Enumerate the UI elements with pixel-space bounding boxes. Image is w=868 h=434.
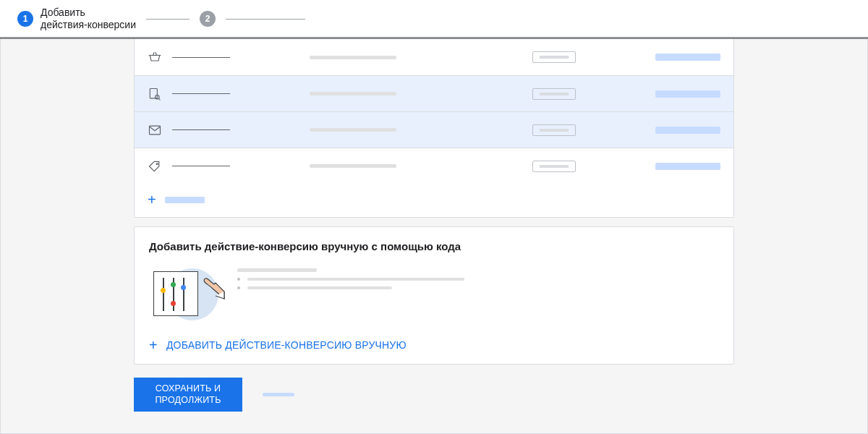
- step-2-circle: 2: [200, 11, 216, 27]
- row-desc: [310, 164, 532, 168]
- footer-actions: СОХРАНИТЬ И ПРОДОЛЖИТЬ: [134, 378, 734, 412]
- conversion-table: [135, 39, 733, 184]
- manual-description: [237, 264, 719, 289]
- save-and-continue-button[interactable]: СОХРАНИТЬ И ПРОДОЛЖИТЬ: [134, 378, 242, 412]
- row-cta[interactable]: [634, 54, 720, 61]
- search-page-icon: [148, 87, 172, 101]
- row-cta[interactable]: [634, 127, 720, 134]
- row-name: [172, 93, 310, 94]
- tag-icon: [148, 159, 172, 174]
- table-row[interactable]: [135, 39, 733, 75]
- table-row[interactable]: [135, 148, 733, 184]
- svg-rect-2: [150, 126, 161, 135]
- row-chip: [532, 51, 634, 63]
- row-chip: [532, 161, 634, 172]
- plus-icon: +: [149, 338, 158, 352]
- hand-icon: [197, 274, 226, 300]
- row-desc: [310, 56, 532, 59]
- row-desc: [310, 92, 532, 95]
- row-cta[interactable]: [634, 90, 720, 98]
- step-1-circle: 1: [17, 11, 33, 27]
- plus-icon: +: [148, 192, 156, 207]
- manual-add-card: Добавить действие-конверсию вручную с по…: [134, 226, 734, 365]
- basket-icon: [148, 50, 172, 64]
- stepper-header: 1 Добавить действия-конверсии 2: [0, 0, 868, 39]
- mail-icon: [148, 123, 172, 137]
- row-desc: [310, 128, 532, 132]
- manual-add-title: Добавить действие-конверсию вручную с по…: [149, 240, 719, 252]
- table-row[interactable]: [135, 75, 733, 111]
- stepper-connector: [146, 19, 190, 20]
- row-name: [172, 57, 310, 58]
- svg-rect-0: [150, 88, 157, 98]
- stepper-trailing-line: [226, 19, 305, 20]
- row-name: [172, 129, 310, 130]
- add-conversion-label: [165, 197, 205, 203]
- add-manual-conversion-label: ДОБАВИТЬ ДЕЙСТВИЕ-КОНВЕРСИЮ ВРУЧНУЮ: [166, 339, 407, 351]
- manual-illustration: [149, 264, 218, 322]
- conversion-list-card: +: [134, 39, 734, 218]
- step-1[interactable]: 1 Добавить действия-конверсии: [17, 7, 136, 31]
- add-manual-conversion-button[interactable]: + ДОБАВИТЬ ДЕЙСТВИЕ-КОНВЕРСИЮ ВРУЧНУЮ: [149, 338, 719, 352]
- row-chip: [532, 124, 634, 136]
- step-2[interactable]: 2: [200, 11, 216, 27]
- svg-point-3: [156, 163, 158, 164]
- page-body: + Добавить действие-конверсию вручную с …: [0, 39, 868, 434]
- add-conversion-inline[interactable]: +: [135, 184, 733, 217]
- row-name: [172, 166, 310, 166]
- table-row[interactable]: [135, 111, 733, 148]
- row-cta[interactable]: [634, 163, 720, 170]
- step-1-label: Добавить действия-конверсии: [41, 7, 136, 31]
- secondary-action[interactable]: [263, 393, 294, 396]
- row-chip: [532, 88, 634, 100]
